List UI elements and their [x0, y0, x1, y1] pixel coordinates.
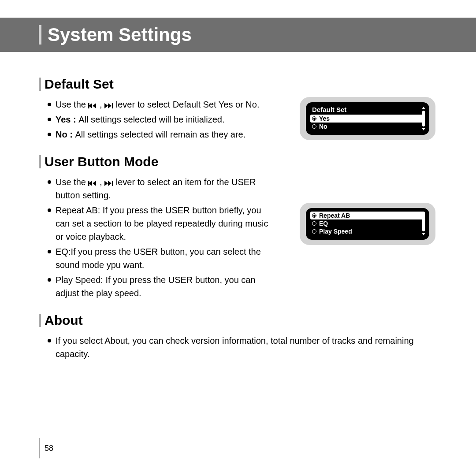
prev-track-icon: [88, 100, 100, 109]
section-default-set: Default Set Use the , lever to select De…: [39, 77, 435, 141]
text: Play Speed: If you press the USER button…: [56, 275, 256, 298]
scroll-track: [422, 216, 425, 231]
svg-marker-4: [108, 103, 112, 108]
page-number-value: 58: [45, 444, 53, 453]
text: All settings selected will remain as the…: [75, 130, 245, 139]
section-accent-pipe: [39, 314, 41, 327]
screen-option: EQ: [310, 219, 425, 227]
svg-rect-5: [112, 103, 113, 108]
screen-option-selected: Yes: [310, 115, 425, 123]
radio-icon: [312, 229, 316, 234]
svg-rect-11: [112, 181, 113, 186]
radio-selected-icon: [312, 116, 316, 121]
bullet-item: Repeat AB: If you press the USER button …: [48, 204, 277, 243]
section-title: Default Set: [45, 77, 114, 92]
device-mock-default-set: Default Set Yes No: [300, 97, 435, 140]
text: Repeat AB: If you press the USER button …: [56, 205, 268, 242]
option-label: EQ: [319, 220, 328, 227]
section-title: About: [45, 313, 83, 328]
next-track-icon: [104, 100, 116, 109]
bullet-item: Play Speed: If you press the USER button…: [48, 273, 277, 300]
bullet-item: If you select About, you can check versi…: [48, 334, 435, 361]
option-label: Play Speed: [319, 228, 352, 235]
scroll-track: [422, 111, 425, 126]
scroll-up-icon: [422, 107, 425, 109]
device-screen: Repeat AB EQ Play Speed: [306, 208, 429, 240]
content-area: Default Set Use the , lever to select De…: [39, 66, 435, 374]
bullet-item: Yes : All settings selected will be init…: [48, 113, 277, 126]
svg-marker-10: [108, 181, 112, 186]
screen-scrollbar: [421, 107, 426, 130]
scroll-up-icon: [422, 212, 425, 215]
text: EQ:If you press the USER button, you can…: [56, 247, 261, 270]
section-about: About If you select About, you can check…: [39, 313, 435, 361]
scroll-down-icon: [422, 128, 425, 130]
bullet-item: Use the , lever to select Default Set Ye…: [48, 98, 277, 111]
page-number-pipe: [39, 438, 40, 458]
section-user-button-mode: User Button Mode Use the , lever to sele…: [39, 154, 435, 300]
radio-icon: [312, 221, 316, 226]
comma: ,: [100, 177, 104, 187]
screen-title: Default Set: [312, 106, 425, 113]
next-track-icon: [104, 177, 116, 187]
section-accent-pipe: [39, 155, 41, 168]
bullet-item: Use the , lever to select an item for th…: [48, 175, 277, 202]
comma: ,: [100, 100, 104, 109]
header-band: System Settings: [0, 18, 476, 52]
text: Use the: [56, 100, 88, 109]
label: Yes :: [56, 115, 78, 124]
prev-track-icon: [88, 177, 100, 187]
screen-option: Play Speed: [310, 227, 425, 235]
screen-option: No: [310, 123, 425, 130]
svg-marker-8: [93, 181, 96, 186]
svg-marker-2: [93, 103, 96, 108]
scroll-down-icon: [422, 233, 425, 235]
option-label: Yes: [319, 115, 330, 122]
page-title: System Settings: [48, 24, 192, 45]
screen-option-selected: Repeat AB: [310, 212, 425, 219]
screen-scrollbar: [421, 212, 426, 235]
text: If you select About, you can check versi…: [56, 336, 414, 359]
option-label: Repeat AB: [319, 212, 350, 219]
text: All settings selected will be initialize…: [78, 115, 224, 124]
text: Use the: [56, 177, 88, 187]
text: lever to select Default Set Yes or No.: [116, 100, 260, 109]
radio-selected-icon: [312, 213, 316, 218]
option-label: No: [319, 123, 327, 130]
radio-icon: [312, 124, 316, 129]
device-mock-user-button: Repeat AB EQ Play Speed: [300, 203, 435, 245]
bullet-item: No : All settings selected will remain a…: [48, 128, 277, 141]
bullet-item: EQ:If you press the USER button, you can…: [48, 245, 277, 271]
header-accent-pipe: [39, 25, 41, 45]
svg-marker-9: [104, 181, 108, 186]
label: No :: [56, 130, 75, 139]
section-accent-pipe: [39, 78, 41, 91]
section-title: User Button Mode: [45, 154, 158, 169]
svg-marker-3: [104, 103, 108, 108]
device-screen: Default Set Yes No: [306, 102, 429, 135]
page-number: 58: [39, 438, 53, 458]
